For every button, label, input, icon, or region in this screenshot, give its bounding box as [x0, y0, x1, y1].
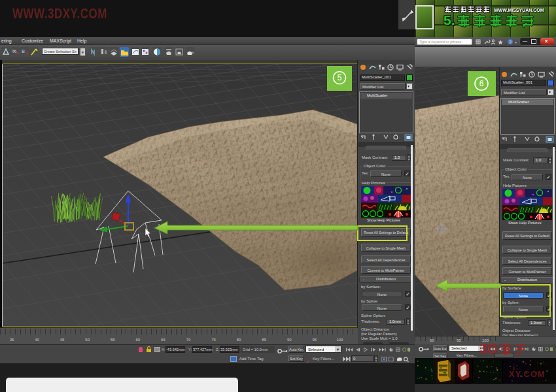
svg-text:▾: ▾: [515, 41, 517, 44]
svg-text:5: 5: [338, 73, 342, 82]
svg-text:?: ?: [509, 40, 512, 44]
svg-text:6: 6: [479, 79, 484, 88]
